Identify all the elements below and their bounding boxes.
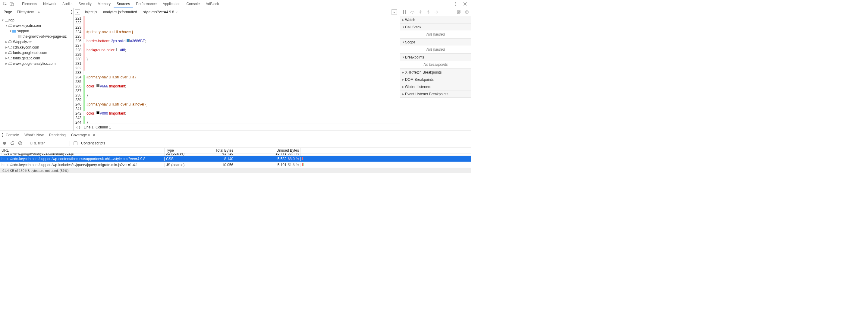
tree-top[interactable]: ▼top bbox=[0, 18, 73, 23]
tree-domain-keycdn[interactable]: ▼www.keycdn.com bbox=[0, 23, 73, 28]
tree-domain-ga[interactable]: ▶www.google-analytics.com bbox=[0, 61, 73, 66]
svg-rect-11 bbox=[405, 10, 406, 14]
close-drawer-tab-icon[interactable]: × bbox=[88, 133, 90, 137]
cursor-position: Line 1, Column 1 bbox=[84, 125, 111, 129]
devtools-main-toolbar: Elements Network Audits Security Memory … bbox=[0, 0, 471, 8]
drawer-tab-console[interactable]: Console bbox=[3, 131, 22, 139]
callstack-section[interactable]: ▼Call Stack bbox=[400, 24, 471, 30]
inspect-icon[interactable] bbox=[2, 1, 8, 7]
tab-memory[interactable]: Memory bbox=[95, 0, 114, 8]
close-tab-icon[interactable]: × bbox=[176, 10, 178, 14]
svg-point-21 bbox=[2, 136, 3, 137]
coverage-row-selected[interactable]: https://cdn.keycdn.com/support/wp-conten… bbox=[0, 156, 471, 162]
tab-adblock[interactable]: AdBlock bbox=[203, 0, 222, 8]
tab-network[interactable]: Network bbox=[40, 0, 59, 8]
toggle-navigator-icon[interactable]: ◂ bbox=[75, 9, 80, 15]
svg-rect-9 bbox=[5, 19, 8, 22]
content-scripts-checkbox[interactable] bbox=[73, 141, 78, 145]
coverage-row[interactable]: https://www.google-analytics.com/analyti… bbox=[0, 153, 471, 156]
tree-domain-wappalyzer[interactable]: ▶Wappalyzer bbox=[0, 39, 73, 45]
coverage-row[interactable]: https://cdn.keycdn.com/support/wp-includ… bbox=[0, 162, 471, 168]
tab-sources[interactable]: Sources bbox=[114, 0, 133, 8]
tab-console[interactable]: Console bbox=[184, 0, 203, 8]
close-drawer-icon[interactable]: × bbox=[93, 133, 95, 138]
step-over-icon[interactable] bbox=[410, 10, 415, 15]
coverage-header-row: URL Type Total Bytes Unused Bytes bbox=[0, 147, 471, 153]
drawer-tabs: Console What's New Rendering Coverage × … bbox=[0, 131, 471, 139]
clear-icon[interactable] bbox=[18, 141, 22, 145]
svg-point-5 bbox=[456, 5, 456, 6]
editor-panel: ◂ inject.js analytics.js:formatted style… bbox=[73, 8, 400, 130]
tab-performance[interactable]: Performance bbox=[133, 0, 160, 8]
tab-elements[interactable]: Elements bbox=[19, 0, 40, 8]
svg-line-24 bbox=[19, 142, 22, 144]
step-icon[interactable] bbox=[433, 10, 438, 15]
code-editor[interactable]: 2212222232242252262272282292302312322332… bbox=[73, 16, 400, 124]
tab-audits[interactable]: Audits bbox=[59, 0, 75, 8]
svg-point-7 bbox=[71, 12, 72, 13]
url-filter-input[interactable] bbox=[30, 141, 66, 145]
tab-security[interactable]: Security bbox=[75, 0, 94, 8]
reload-icon[interactable] bbox=[10, 141, 14, 145]
tree-domain-gstatic[interactable]: ▶fonts.gstatic.com bbox=[0, 56, 73, 61]
code-content[interactable]: #primary-nav ul ul li a:hover { border-b… bbox=[85, 16, 147, 124]
editor-tab-style[interactable]: style.css?ver=4.9.8× bbox=[140, 8, 181, 16]
navigator-tabs: Page Filesystem » bbox=[0, 8, 73, 16]
drawer-tab-coverage[interactable]: Coverage × bbox=[68, 131, 93, 139]
tree-domain-googleapis[interactable]: ▶fonts.googleapis.com bbox=[0, 50, 73, 56]
sources-panel: Page Filesystem » ▼top ▼www.keycdn.com ▼… bbox=[0, 8, 471, 131]
svg-point-13 bbox=[420, 13, 421, 14]
step-into-icon[interactable] bbox=[418, 10, 423, 15]
svg-point-8 bbox=[71, 13, 72, 14]
pause-icon[interactable] bbox=[402, 10, 407, 15]
deactivate-bp-icon[interactable] bbox=[456, 10, 461, 15]
coverage-table: URL Type Total Bytes Unused Bytes https:… bbox=[0, 147, 471, 168]
editor-status: {} Line 1, Column 1 bbox=[73, 124, 400, 130]
nav-more-tabs-icon[interactable]: » bbox=[38, 10, 40, 14]
content-scripts-label: Content scripts bbox=[81, 141, 105, 145]
editor-tab-inject[interactable]: inject.js bbox=[82, 8, 100, 16]
watch-section[interactable]: ▶Watch bbox=[400, 16, 471, 23]
svg-point-14 bbox=[428, 10, 429, 11]
close-devtools-icon[interactable] bbox=[462, 1, 468, 7]
svg-point-4 bbox=[456, 4, 456, 4]
event-bp-section[interactable]: ▶Event Listener Breakpoints bbox=[400, 90, 471, 97]
editor-tab-analytics[interactable]: analytics.js:formatted bbox=[100, 8, 140, 16]
step-out-icon[interactable] bbox=[426, 10, 431, 15]
kebab-menu-icon[interactable] bbox=[453, 1, 459, 7]
svg-rect-2 bbox=[12, 3, 13, 6]
device-toggle-icon[interactable] bbox=[8, 1, 15, 7]
coverage-status: 91.4 KB of 180 KB bytes are not used. (5… bbox=[0, 168, 471, 173]
pause-exceptions-icon[interactable] bbox=[464, 10, 469, 15]
svg-rect-17 bbox=[466, 11, 467, 13]
svg-point-22 bbox=[3, 142, 6, 145]
tree-file-growth[interactable]: the-growth-of-web-page-siz bbox=[0, 34, 73, 39]
dom-bp-section[interactable]: ▶DOM Breakpoints bbox=[400, 76, 471, 83]
drawer-tab-whatsnew[interactable]: What's New bbox=[22, 131, 46, 139]
tree-domain-cdn-keycdn[interactable]: ▶cdn.keycdn.com bbox=[0, 45, 73, 50]
toggle-debugger-icon[interactable]: ▸ bbox=[392, 9, 397, 15]
svg-rect-18 bbox=[467, 11, 468, 13]
drawer: Console What's New Rendering Coverage × … bbox=[0, 131, 471, 173]
tab-application[interactable]: Application bbox=[160, 0, 184, 8]
global-listeners-section[interactable]: ▶Global Listeners bbox=[400, 83, 471, 90]
navigator-panel: Page Filesystem » ▼top ▼www.keycdn.com ▼… bbox=[0, 8, 73, 130]
svg-point-16 bbox=[465, 10, 469, 14]
breakpoints-section[interactable]: ▼Breakpoints bbox=[400, 54, 471, 61]
tree-folder-support[interactable]: ▼support bbox=[0, 28, 73, 34]
scope-section[interactable]: ▼Scope bbox=[400, 38, 471, 46]
record-icon[interactable] bbox=[2, 141, 7, 145]
nav-tab-filesystem[interactable]: Filesystem bbox=[14, 8, 36, 16]
svg-rect-10 bbox=[403, 10, 404, 14]
debugger-toolbar bbox=[400, 8, 471, 16]
xhr-bp-section[interactable]: ▶XHR/fetch Breakpoints bbox=[400, 69, 471, 76]
nav-kebab-icon[interactable] bbox=[71, 10, 72, 14]
nav-tab-page[interactable]: Page bbox=[1, 8, 14, 16]
svg-point-6 bbox=[71, 10, 72, 11]
drawer-tab-rendering[interactable]: Rendering bbox=[46, 131, 68, 139]
debugger-panel: ▶Watch ▼Call StackNot paused ▼ScopeNot p… bbox=[400, 8, 471, 130]
svg-point-3 bbox=[456, 2, 456, 3]
coverage-toolbar: Content scripts bbox=[0, 139, 471, 147]
pretty-print-icon[interactable]: {} bbox=[76, 125, 81, 129]
svg-point-12 bbox=[412, 13, 412, 14]
